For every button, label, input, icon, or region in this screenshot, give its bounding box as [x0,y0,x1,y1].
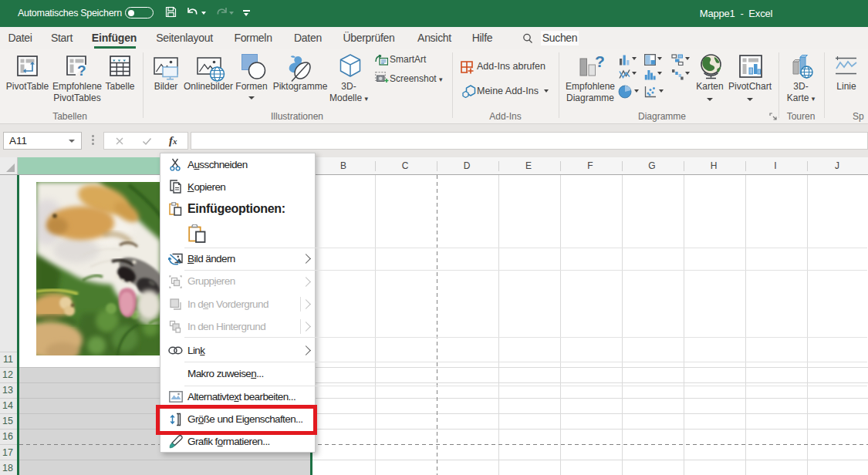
svg-text:?: ? [77,62,86,78]
svg-text:?: ? [595,55,604,70]
